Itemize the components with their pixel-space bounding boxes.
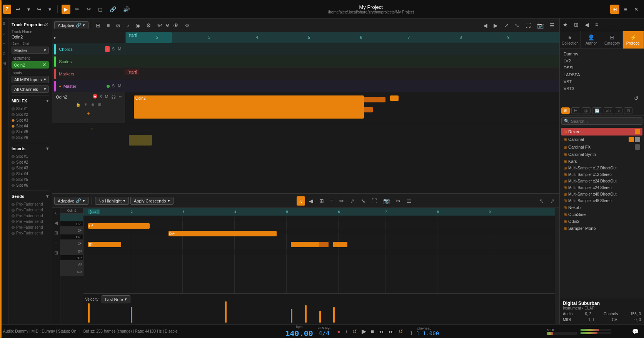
key-d4[interactable]: D⁴ (60, 227, 83, 234)
audition-tool-button[interactable]: 🔊 (121, 5, 132, 14)
filter-box-btn[interactable]: ⊡ (624, 107, 632, 114)
arr-metronome-btn[interactable]: ♪ (124, 21, 132, 30)
logo-button[interactable]: Z (3, 5, 11, 14)
odin2-clip-small4[interactable] (364, 107, 373, 112)
insert-slot-5[interactable]: Slot #5 (12, 177, 49, 182)
transport-metronome-btn[interactable]: ♪ (343, 327, 350, 336)
play-tool-button[interactable]: ▶ (62, 5, 70, 14)
plugin-ms12d[interactable]: ⊞ Multi-Sampler x12 DirectOut (561, 165, 642, 171)
plugin-octasine[interactable]: ⊞ OctaSine (561, 211, 642, 218)
pr-snap-btn[interactable]: ⊞ (317, 196, 326, 206)
redo-button[interactable]: ↪ (35, 5, 44, 14)
arr-camera[interactable]: 📷 (535, 21, 546, 30)
pr-camera-btn[interactable]: 📷 (381, 196, 392, 206)
note-b3-1[interactable]: B³ (88, 242, 121, 247)
odin2-track-lane[interactable]: Odin2 (125, 92, 559, 123)
key-c4[interactable]: C⁴ (60, 240, 83, 248)
apply-crescendo-dropdown[interactable]: Apply Crescendo ▾ (130, 197, 174, 205)
pr-adaptive-dropdown[interactable]: Adaptive 🔗 ▾ (54, 197, 88, 205)
key-bb3[interactable]: B♭³ (60, 255, 83, 261)
scales-track-lane[interactable] (125, 55, 559, 67)
bpm-value[interactable]: 140.00 (285, 329, 313, 338)
midi-fx-slot-4[interactable]: Slot #4 (12, 123, 49, 129)
arr-quantize-btn[interactable]: ≡ (104, 21, 112, 30)
transport-stop-btn[interactable]: ■ (369, 327, 376, 336)
odin2-clip-small1[interactable] (364, 97, 377, 102)
plugin-search-input[interactable] (571, 119, 640, 124)
insert-slot-6[interactable]: Slot #6 (12, 182, 49, 188)
instrument-remove-button[interactable]: ✕ (42, 62, 47, 68)
plugin-nekobi[interactable]: ⊞ Nekobi (561, 204, 642, 211)
midi-fx-slot-6[interactable]: Slot #6 (12, 135, 49, 141)
plugin-ms12s[interactable]: ⊞ Multi-Sampler x12 Stereo (561, 171, 642, 178)
direct-out-dropdown[interactable]: Master ▾ (12, 47, 49, 54)
plugin-ms24s[interactable]: ⊞ Multi-Sampler x24 Stereo (561, 184, 642, 191)
key-eb4[interactable]: E♭⁴ (60, 221, 83, 227)
chords-s-btn[interactable]: S (111, 46, 116, 52)
key-db4[interactable]: D♭⁴ (60, 234, 83, 240)
master-track-lane[interactable] (125, 80, 559, 92)
odin2-clip-small2[interactable] (377, 97, 386, 102)
pr-back-btn[interactable]: ◀ (307, 196, 315, 206)
arr-expand-h[interactable]: ⤢ (502, 21, 511, 30)
plugin-cardinal-fx[interactable]: ⊞ Cardinal FX (561, 143, 642, 151)
filter-ab-btn[interactable]: ab (604, 107, 613, 114)
strip-icon-midi[interactable]: ♪ (2, 30, 6, 37)
midi-inputs-dropdown[interactable]: All MIDI Inputs ▾ (12, 76, 49, 83)
last-note-dropdown[interactable]: Last Note ▾ (102, 295, 130, 303)
strip-icon-chord[interactable]: ♫ (2, 50, 7, 57)
send-slot-4[interactable]: Pre-Fader send (12, 219, 49, 224)
adaptive-mode-dropdown[interactable]: Adaptive 🔗 ▾ (54, 21, 88, 29)
odin2-freeze-btn[interactable]: ❄ (83, 102, 88, 107)
pr-scissors-btn[interactable]: ✂ (394, 196, 403, 206)
arr-snap-btn[interactable]: ⊞ (93, 21, 103, 30)
filter-arrow-btn[interactable]: 🔄 (592, 107, 602, 114)
pr-strip-grid[interactable]: ⊞ (53, 249, 59, 256)
chords-rec-btn[interactable]: ● (105, 46, 110, 52)
right-chords-icon[interactable]: ◀ (582, 18, 592, 31)
pr-grid[interactable]: D⁴ D♭⁴ B³ (83, 216, 555, 293)
pr-expand-btn[interactable]: ⤡ (537, 196, 546, 206)
send-slot-5[interactable]: Pre-Fader send (12, 224, 49, 230)
channels-dropdown[interactable]: All Channels ▾ (12, 85, 49, 93)
tab-category[interactable]: ⊞ Category (602, 31, 623, 49)
plugin-dexed[interactable]: ⊞ Dexed (561, 128, 642, 136)
track-properties-close[interactable]: ✕ (45, 22, 49, 27)
close-button[interactable]: ✕ (632, 5, 641, 14)
chat-button[interactable]: 💬 (630, 327, 641, 336)
note-d4-1[interactable]: D⁴ (88, 223, 149, 229)
odin2-add-lane-btn[interactable]: + (87, 110, 90, 116)
protocol-ladspa[interactable]: LADSPA (561, 71, 642, 78)
pr-collapse-btn[interactable]: ⤢ (548, 196, 557, 206)
undo-button[interactable]: ↩ (13, 5, 23, 14)
erase-tool-button[interactable]: ◻ (96, 5, 105, 14)
pr-strip-velocity[interactable]: ≡ (54, 239, 58, 246)
markers-track-lane[interactable]: [start] (125, 68, 559, 80)
send-slot-3[interactable]: Pre-Fader send (12, 213, 49, 219)
arr-gear-btn[interactable]: ⚙ (182, 21, 192, 30)
pr-fullscreen-btn[interactable]: ⛶ (369, 196, 379, 206)
pr-zoom-fit-v[interactable]: ⤡ (359, 196, 368, 206)
send-slot-1[interactable]: Pre-Fader send (12, 201, 49, 207)
odin2-headphones-btn[interactable]: 🎧 (110, 94, 117, 100)
note-b3-3[interactable] (305, 242, 319, 247)
insert-slot-2[interactable]: Slot #2 (12, 159, 49, 165)
odin2-m-btn[interactable]: M (104, 94, 109, 100)
transport-rewind-btn[interactable]: ⏮ (377, 327, 386, 336)
master-s-btn[interactable]: S (111, 83, 116, 89)
odin2-edit-btn[interactable]: ✏ (118, 94, 123, 100)
inserts-collapse[interactable]: ▾ (46, 146, 49, 151)
filter-list-btn[interactable]: ⊢ (571, 107, 580, 114)
right-puzzle-icon[interactable]: ★ (560, 18, 571, 31)
insert-slot-1[interactable]: Slot #1 (12, 154, 49, 159)
protocol-lv2[interactable]: LV2 (561, 57, 642, 64)
protocol-vst[interactable]: VST (561, 78, 642, 85)
pr-strip-tune[interactable]: ⊞ (53, 229, 59, 236)
tab-protocol[interactable]: ⚡ Protocol (623, 31, 644, 49)
small-region-clip[interactable] (129, 135, 152, 146)
master-m-btn[interactable]: M (117, 83, 122, 89)
redo-dropdown[interactable]: ▾ (46, 5, 53, 14)
pr-strip-piano[interactable]: ♫ (53, 209, 58, 216)
arr-eye-btn[interactable]: 👁 (171, 21, 181, 30)
protocol-vst3[interactable]: VST3 (561, 85, 642, 92)
